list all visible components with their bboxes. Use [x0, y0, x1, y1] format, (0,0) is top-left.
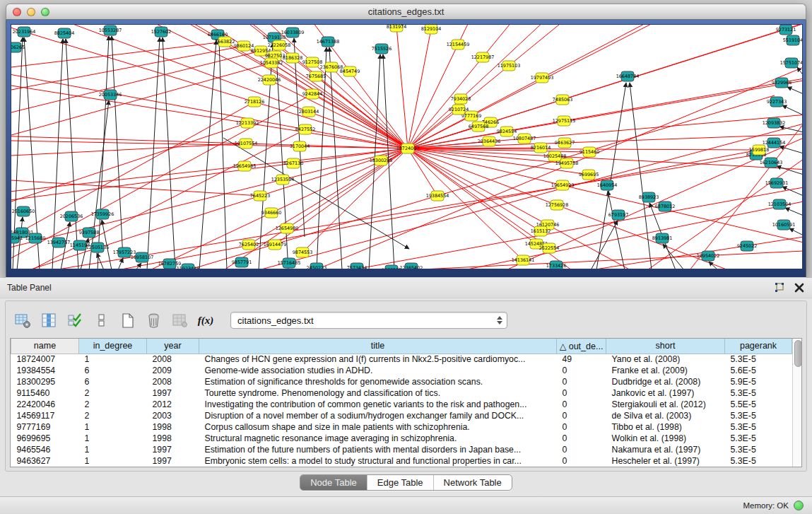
- red-edge[interactable]: [471, 25, 789, 116]
- table-cell[interactable]: Franke et al. (2009): [606, 365, 725, 376]
- table-row[interactable]: 1872400712008Changes of HCN gene express…: [11, 354, 792, 365]
- red-edge[interactable]: [269, 80, 408, 148]
- table-cell[interactable]: 0: [557, 399, 606, 410]
- float-panel-icon[interactable]: [774, 282, 785, 293]
- table-cell[interactable]: Dudbridge et al. (2008): [606, 376, 725, 387]
- table-cell[interactable]: Yano et al. (2008): [606, 354, 725, 365]
- clear-row-selection-icon[interactable]: [93, 312, 110, 329]
- table-cell[interactable]: 5.3E-5: [725, 433, 792, 444]
- attribute-table[interactable]: namein_degreeyeartitle△ out_de...shortpa…: [11, 339, 792, 467]
- table-cell[interactable]: 22420046: [11, 399, 79, 410]
- red-edge[interactable]: [11, 63, 271, 135]
- column-header-pagerank[interactable]: pagerank: [725, 339, 792, 354]
- table-cell[interactable]: 2003: [147, 410, 199, 421]
- table-row[interactable]: 946554611997Estimation of the future num…: [11, 444, 792, 455]
- red-edge[interactable]: [396, 27, 408, 148]
- table-cell[interactable]: 5.3E-5: [725, 444, 792, 455]
- table-cell[interactable]: 1: [79, 433, 147, 444]
- red-edge[interactable]: [11, 42, 225, 67]
- table-cell[interactable]: 9699695: [11, 433, 79, 444]
- table-cell[interactable]: 0: [557, 444, 606, 455]
- red-edge[interactable]: [408, 148, 541, 231]
- tab-edge-table[interactable]: Edge Table: [367, 475, 433, 490]
- red-edge[interactable]: [408, 148, 437, 196]
- black-edge[interactable]: [789, 228, 803, 235]
- function-builder-icon[interactable]: f(x): [197, 312, 214, 329]
- table-scrollbar[interactable]: [792, 339, 801, 467]
- column-header-title[interactable]: title: [199, 339, 557, 354]
- table-cell[interactable]: 5.3E-5: [725, 421, 792, 433]
- table-options-icon[interactable]: [14, 312, 31, 329]
- table-cell[interactable]: 18300295: [11, 376, 79, 387]
- table-cell[interactable]: 2: [79, 399, 147, 410]
- black-edge[interactable]: [782, 105, 803, 115]
- table-cell[interactable]: 0: [557, 376, 606, 387]
- table-cell[interactable]: 2012: [147, 399, 199, 410]
- table-cell[interactable]: 5.9E-5: [725, 376, 792, 387]
- table-cell[interactable]: Tourette syndrome. Phenomenology and cla…: [199, 387, 557, 399]
- table-cell[interactable]: 6: [79, 365, 147, 376]
- table-cell[interactable]: 2008: [147, 376, 199, 387]
- table-cell[interactable]: 19384554: [11, 365, 79, 376]
- column-header-name[interactable]: name: [11, 339, 79, 354]
- table-cell[interactable]: 0: [557, 387, 606, 399]
- table-cell[interactable]: 0: [557, 455, 606, 467]
- red-edge[interactable]: [408, 29, 431, 148]
- red-edge[interactable]: [557, 205, 803, 269]
- red-edge[interactable]: [509, 25, 803, 66]
- table-cell[interactable]: Nakamura et al. (1997): [606, 444, 725, 455]
- table-cell[interactable]: Hescheler et al. (1997): [606, 455, 725, 467]
- red-edge[interactable]: [407, 251, 803, 269]
- table-cell[interactable]: 1997: [147, 444, 199, 455]
- table-cell[interactable]: Embryonic stem cells: a model to study s…: [199, 455, 557, 467]
- red-edge[interactable]: [54, 155, 756, 269]
- red-edge[interactable]: [254, 102, 408, 148]
- column-header-year[interactable]: year: [147, 339, 199, 354]
- table-cell[interactable]: 6: [79, 376, 147, 387]
- red-edge[interactable]: [647, 159, 803, 269]
- table-cell[interactable]: 49: [557, 354, 606, 365]
- red-edge[interactable]: [564, 25, 803, 121]
- table-row[interactable]: 2242004622012Investigating the contribut…: [11, 399, 792, 410]
- import-table-icon[interactable]: [171, 312, 188, 329]
- table-cell[interactable]: 1: [79, 444, 147, 455]
- table-row[interactable]: 1938455462009Genome-wide association stu…: [11, 365, 792, 376]
- table-cell[interactable]: 5.3E-5: [725, 387, 792, 399]
- table-cell[interactable]: 14569117: [11, 410, 79, 421]
- black-edge[interactable]: [777, 166, 803, 175]
- delete-table-icon[interactable]: [145, 312, 162, 329]
- table-cell[interactable]: Stergiakouli et al. (2012): [606, 399, 725, 410]
- table-cell[interactable]: 9463627: [11, 455, 79, 467]
- table-row[interactable]: 977716911998Corpus callosum shape and si…: [11, 421, 792, 433]
- table-cell[interactable]: Estimation of the future numbers of pati…: [199, 444, 557, 455]
- table-cell[interactable]: 2: [79, 387, 147, 399]
- table-cell[interactable]: Wolkin et al. (1998): [606, 433, 725, 444]
- table-cell[interactable]: 1: [79, 455, 147, 467]
- table-cell[interactable]: 1: [79, 354, 147, 365]
- table-cell[interactable]: 2: [79, 410, 147, 421]
- tab-node-table[interactable]: Node Table: [300, 475, 367, 490]
- table-cell[interactable]: Genome-wide association studies in ADHD.: [199, 365, 557, 376]
- table-row[interactable]: 1830029562008Estimation of significance …: [11, 376, 792, 387]
- select-all-rows-icon[interactable]: [66, 312, 83, 329]
- table-row[interactable]: 911546021997Tourette syndrome. Phenomeno…: [11, 387, 792, 399]
- tab-network-table[interactable]: Network Table: [433, 475, 512, 490]
- red-edge[interactable]: [408, 148, 523, 260]
- red-edge[interactable]: [11, 123, 247, 201]
- table-cell[interactable]: 0: [557, 433, 606, 444]
- new-table-icon[interactable]: [119, 312, 136, 329]
- red-edge[interactable]: [483, 25, 803, 57]
- red-edge[interactable]: [408, 148, 563, 185]
- red-edge[interactable]: [565, 115, 803, 143]
- table-cell[interactable]: Corpus callosum shape and size in male p…: [199, 421, 557, 433]
- window-titlebar[interactable]: citations_edges.txt: [6, 4, 806, 20]
- table-cell[interactable]: 9115460: [11, 387, 79, 399]
- black-edge[interactable]: [219, 40, 227, 269]
- black-edge[interactable]: [591, 221, 618, 269]
- black-edge[interactable]: [596, 83, 626, 269]
- table-cell[interactable]: 5.3E-5: [725, 455, 792, 467]
- table-cell[interactable]: de Silva et al. (2003): [606, 410, 725, 421]
- table-cell[interactable]: 1998: [147, 421, 199, 433]
- black-edge[interactable]: [147, 37, 160, 269]
- red-edge[interactable]: [11, 166, 245, 255]
